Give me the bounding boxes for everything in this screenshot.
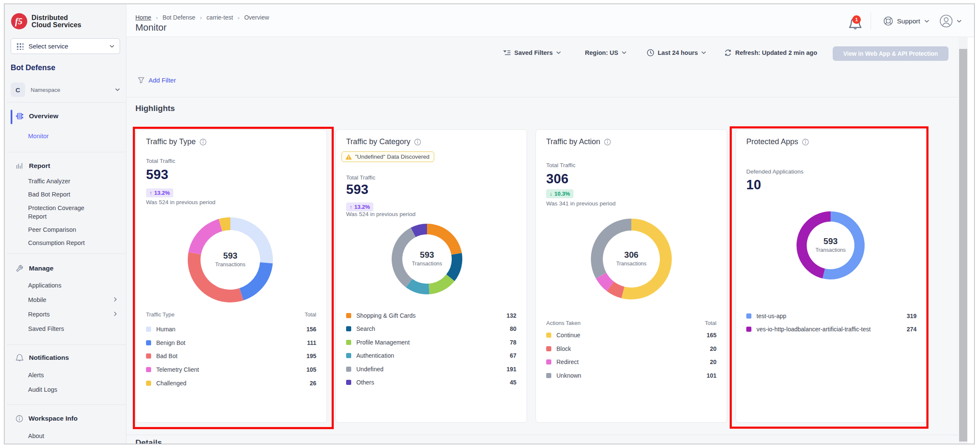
legend-row-bad-bot[interactable]: Bad Bot195 xyxy=(146,353,316,359)
namespace-selector[interactable]: C Namespace xyxy=(11,83,120,97)
sidebar-item-mobile[interactable]: Mobile xyxy=(28,296,122,304)
time-range-dropdown[interactable]: Last 24 hours xyxy=(647,47,706,59)
sidebar-item-about[interactable]: About xyxy=(28,432,122,440)
select-service-label: Select service xyxy=(29,43,109,50)
card-protected-apps: Protected AppsDefended Applications10593… xyxy=(736,129,927,423)
legend-label: Telemetry Client xyxy=(156,366,199,373)
legend-row-shopping-gift-cards[interactable]: Shopping & Gift Cards132 xyxy=(346,312,516,319)
stat-value: 593 xyxy=(146,167,169,182)
info-icon[interactable] xyxy=(604,139,611,145)
breadcrumb-item[interactable]: carrie-test xyxy=(206,14,233,21)
legend-swatch xyxy=(546,346,551,351)
refresh-button[interactable]: Refresh: Updated 2 min ago xyxy=(724,47,817,59)
legend-row-search[interactable]: Search80 xyxy=(346,325,516,332)
donut-segment-unknown[interactable] xyxy=(591,219,631,279)
saved-filters-label: Saved Filters xyxy=(514,49,553,56)
legend-label: Block xyxy=(556,345,571,352)
previous-period-text: Was 524 in previous period xyxy=(146,199,215,205)
report-icon xyxy=(16,162,23,170)
sidebar-item-alerts[interactable]: Alerts xyxy=(28,371,122,379)
donut-chart-traffic-by-category: 593Transactions xyxy=(391,223,463,295)
legend-row-undefined[interactable]: Undefined191 xyxy=(346,366,516,373)
legend-swatch xyxy=(346,367,351,372)
legend-row-challenged[interactable]: Challenged26 xyxy=(146,380,316,387)
legend-row-telemetry-client[interactable]: Telemetry Client105 xyxy=(146,366,316,373)
donut-segment-telemetry-client[interactable] xyxy=(189,219,222,255)
sidebar-section-report[interactable]: Report xyxy=(16,161,50,171)
legend-value: 78 xyxy=(510,339,516,346)
legend-row-human[interactable]: Human156 xyxy=(146,326,316,333)
clock-icon xyxy=(647,49,654,57)
add-filter-button[interactable]: Add Filter xyxy=(138,77,176,84)
sidebar-item-protection-coverage-report[interactable]: Protection Coverage Report xyxy=(28,204,100,221)
card-title-row: Protected Apps xyxy=(746,137,809,146)
user-account-menu[interactable] xyxy=(940,14,962,28)
legend-value: 165 xyxy=(707,332,716,339)
support-menu[interactable]: Support xyxy=(883,16,929,26)
sidebar-section-label: Workspace Info xyxy=(29,415,77,422)
legend-label: Shopping & Gift Cards xyxy=(356,312,415,319)
legend-label: Undefined xyxy=(356,366,384,373)
sidebar-divider xyxy=(7,345,126,345)
sidebar-section-manage[interactable]: Manage xyxy=(16,264,54,273)
legend-row-others[interactable]: Others45 xyxy=(346,379,516,386)
legend-label: Unknown xyxy=(556,372,581,379)
sidebar-item-consumption-report[interactable]: Consumption Report xyxy=(28,239,122,247)
sidebar-item-monitor[interactable]: Monitor xyxy=(28,132,122,140)
active-nav-indicator xyxy=(11,110,12,124)
legend-swatch xyxy=(746,327,751,332)
sidebar-section-workspace-info[interactable]: Workspace Info xyxy=(16,414,77,423)
region-dropdown[interactable]: Region: US xyxy=(585,47,627,59)
chevron-down-icon xyxy=(701,51,706,54)
legend-row-ves-io-http-loadbalancer-artificial-traffic-test[interactable]: ves-io-http-loadbalancer-artificial-traf… xyxy=(746,326,917,333)
info-icon[interactable] xyxy=(414,139,421,145)
donut-chart-protected-apps: 593Transactions xyxy=(796,211,865,280)
scrollbar-thumb[interactable] xyxy=(959,49,967,441)
filter-list-icon xyxy=(503,50,511,56)
info-icon[interactable] xyxy=(802,139,809,145)
sidebar-item-applications[interactable]: Applications xyxy=(28,281,122,290)
sidebar-item-reports[interactable]: Reports xyxy=(28,310,122,319)
legend-swatch xyxy=(546,333,551,338)
legend-row-authentication[interactable]: Authentication67 xyxy=(346,352,516,359)
sidebar-item-bad-bot-report[interactable]: Bad Bot Report xyxy=(28,190,122,199)
sidebar-section-notifications[interactable]: Notifications xyxy=(16,353,69,362)
sidebar-section-overview[interactable]: Overview xyxy=(16,111,58,121)
donut-center-label: Transactions xyxy=(616,261,646,267)
legend-row-continue[interactable]: Continue165 xyxy=(546,332,716,339)
namespace-initial-badge: C xyxy=(11,83,25,97)
donut-segment-benign-bot[interactable] xyxy=(240,262,273,300)
donut-chart-traffic-by-type: 593Transactions xyxy=(187,216,274,303)
legend-label: Bad Bot xyxy=(156,353,178,359)
legend-row-block[interactable]: Block20 xyxy=(546,345,716,352)
delta-badge: ↓10.3% xyxy=(546,189,573,198)
saved-filters-dropdown[interactable]: Saved Filters xyxy=(503,47,561,59)
breadcrumb-separator: › xyxy=(200,14,202,21)
breadcrumb-item[interactable]: Home xyxy=(135,14,151,21)
donut-segment-undefined[interactable] xyxy=(392,228,415,287)
legend-swatch xyxy=(146,327,151,332)
breadcrumb-item: Overview xyxy=(244,14,269,21)
notifications-icon xyxy=(16,354,23,362)
legend-swatch xyxy=(346,313,351,318)
sidebar-item-saved-filters[interactable]: Saved Filters xyxy=(28,325,122,333)
card-title: Traffic by Type xyxy=(146,137,196,146)
namespace-label: Namespace xyxy=(31,87,115,93)
brand-logo[interactable]: f5 Distributed Cloud Services xyxy=(11,13,81,30)
sidebar-item-audit-logs[interactable]: Audit Logs xyxy=(28,385,122,394)
legend-row-redirect[interactable]: Redirect20 xyxy=(546,359,716,365)
sidebar-item-traffic-analyzer[interactable]: Traffic Analyzer xyxy=(28,177,122,185)
view-in-waap-button[interactable]: View in Web App & API Protection xyxy=(833,46,948,61)
legend-row-profile-management[interactable]: Profile Management78 xyxy=(346,339,516,346)
delta-value: 13.2% xyxy=(154,190,170,196)
legend-row-unknown[interactable]: Unknown101 xyxy=(546,372,716,379)
legend-swatch xyxy=(146,353,151,359)
sidebar-item-peer-comparison[interactable]: Peer Comparison xyxy=(28,225,122,234)
donut-center-value: 593 xyxy=(420,250,434,259)
select-service-dropdown[interactable]: Select service xyxy=(11,38,120,54)
breadcrumb-item[interactable]: Bot Defense xyxy=(163,14,195,21)
legend-row-benign-bot[interactable]: Benign Bot111 xyxy=(146,339,316,346)
legend-row-test-us-app[interactable]: test-us-app319 xyxy=(746,313,917,319)
info-icon[interactable] xyxy=(200,139,206,145)
warning-badge: "Undefined" Data Discovered xyxy=(341,151,434,162)
